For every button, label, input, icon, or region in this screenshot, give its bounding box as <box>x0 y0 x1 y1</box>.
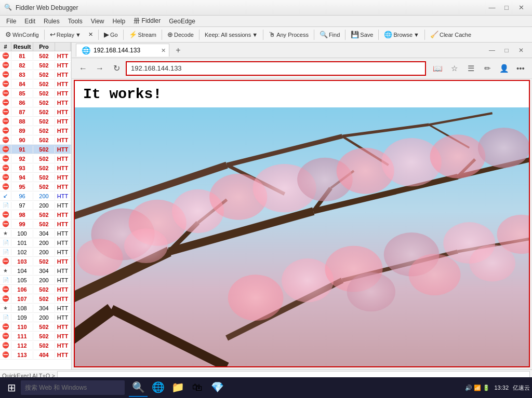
stream-button[interactable]: ⚡ Stream <box>126 30 159 39</box>
close-button[interactable]: ✕ <box>514 3 528 13</box>
table-row[interactable]: ⛔103502HTT <box>0 257 71 266</box>
menu-bar: File Edit Rules Tools View Help 册 Fiddle… <box>0 16 532 27</box>
keep-sessions-button[interactable]: Keep: All sessions ▼ <box>202 31 261 39</box>
session-id: 103 <box>11 258 33 265</box>
session-protocol: HTT <box>55 221 71 228</box>
table-row[interactable]: ⛔92502HTT <box>0 154 71 163</box>
stream-icon: ⚡ <box>129 31 137 38</box>
svg-point-38 <box>347 272 395 312</box>
favorites-button[interactable]: ☆ <box>447 61 461 76</box>
table-row[interactable]: ⛔88502HTT <box>0 117 71 126</box>
table-row[interactable]: ⛔107502HTT <box>0 294 71 304</box>
refresh-button[interactable]: ↻ <box>109 61 124 76</box>
session-protocol: HTT <box>55 314 71 321</box>
decode-button[interactable]: ⊕ Decode <box>164 30 197 39</box>
table-row[interactable]: 📄97200HTT <box>0 201 71 210</box>
hub-button[interactable]: ☰ <box>463 61 478 76</box>
table-row[interactable]: ⛔95502HTT <box>0 182 71 191</box>
session-protocol: HTT <box>55 258 71 265</box>
table-row[interactable]: ⛔83502HTT <box>0 70 71 79</box>
menu-view[interactable]: View <box>87 17 109 26</box>
session-protocol: HTT <box>55 71 71 78</box>
table-row[interactable]: ⛔85502HTT <box>0 89 71 98</box>
table-row[interactable]: ⛔99502HTT <box>0 219 71 229</box>
browser-close-button[interactable]: ✕ <box>514 45 528 56</box>
table-row[interactable]: ⛔111502HTT <box>0 332 71 341</box>
browser-minimize-button[interactable]: — <box>485 45 499 56</box>
table-row[interactable]: 📄109200HTT <box>0 313 71 322</box>
address-bar[interactable] <box>126 61 426 76</box>
menu-geoedge[interactable]: GeoEdge <box>165 17 200 26</box>
winconfig-icon: ⚙ <box>5 31 11 38</box>
session-id: 112 <box>11 342 33 349</box>
menu-rules[interactable]: Rules <box>39 17 64 26</box>
table-row[interactable]: ⛔94502HTT <box>0 173 71 182</box>
table-row[interactable]: ↙96200HTT <box>0 191 71 201</box>
taskbar-app-explorer[interactable]: 📁 <box>168 378 187 397</box>
session-result: 502 <box>33 52 55 60</box>
taskbar-app-gem[interactable]: 💎 <box>208 378 227 397</box>
table-row[interactable]: ⛔110502HTT <box>0 322 71 332</box>
any-process-button[interactable]: 🖱 Any Process <box>265 30 312 39</box>
table-row[interactable]: ⛔106502HTT <box>0 285 71 294</box>
maximize-button[interactable]: □ <box>500 3 513 13</box>
minimize-button[interactable]: — <box>485 3 499 13</box>
find-button[interactable]: 🔍 Find <box>316 30 343 39</box>
session-result: 200 <box>33 314 55 321</box>
save-button[interactable]: 💾 Save <box>348 30 376 39</box>
browser-maximize-button[interactable]: □ <box>500 45 513 56</box>
menu-file[interactable]: File <box>2 17 20 26</box>
windows-logo-icon: ⊞ <box>7 381 16 394</box>
table-row[interactable]: ⛔84502HTT <box>0 79 71 89</box>
browse-button[interactable]: 🌐 Browse ▼ <box>381 30 422 39</box>
taskbar-app-edge[interactable]: 🌐 <box>149 378 167 397</box>
table-row[interactable]: ⛔91502HTT <box>0 145 71 154</box>
winconfig-button[interactable]: ⚙ WinConfig <box>2 30 42 39</box>
table-row[interactable]: ★100304HTT <box>0 229 71 238</box>
table-row[interactable]: ⛔98502HTT <box>0 210 71 219</box>
table-row[interactable]: 📄105200HTT <box>0 276 71 285</box>
table-row[interactable]: ⛔90502HTT <box>0 135 71 145</box>
table-row[interactable]: ⛔113404HTT <box>0 350 71 360</box>
menu-fiddler[interactable]: 册 Fiddler <box>129 16 165 26</box>
share-button[interactable]: ✏ <box>480 61 495 76</box>
reader-mode-button[interactable]: 📖 <box>430 61 445 76</box>
table-row[interactable]: ⛔93502HTT <box>0 163 71 173</box>
table-row[interactable]: ⛔86502HTT <box>0 98 71 107</box>
table-row[interactable]: ★104304HTT <box>0 266 71 276</box>
fiddler-taskbar-icon: 🔍 <box>132 381 145 393</box>
session-icon: ⛔ <box>0 183 11 190</box>
start-button[interactable]: ⊞ <box>2 378 21 397</box>
menu-help[interactable]: Help <box>109 17 130 26</box>
clear-cache-button[interactable]: 🧹 Clear Cache <box>427 30 474 39</box>
session-result: 502 <box>33 127 55 134</box>
replay-button[interactable]: ↩ Replay ▼ <box>47 30 84 39</box>
table-row[interactable]: 📄102200HTT <box>0 248 71 257</box>
menu-tools[interactable]: Tools <box>64 17 87 26</box>
menu-edit[interactable]: Edit <box>20 17 39 26</box>
table-row[interactable]: ⛔81502HTT <box>0 51 71 61</box>
table-row[interactable]: ⛔89502HTT <box>0 126 71 135</box>
browser-tab[interactable]: 🌐 192.168.144.133 ✕ <box>76 44 169 57</box>
tab-close-button[interactable]: ✕ <box>161 47 166 54</box>
table-row[interactable]: ⛔87502HTT <box>0 107 71 117</box>
session-panel[interactable]: # Result Pro ⛔81502HTT⛔82502HTT⛔83502HTT… <box>0 43 72 369</box>
x-button[interactable]: ✕ <box>85 30 96 39</box>
taskbar-app-fiddler[interactable]: 🔍 <box>129 378 148 397</box>
table-row[interactable]: ⛔112502HTT <box>0 341 71 350</box>
profile-button[interactable]: 👤 <box>497 61 511 76</box>
session-id: 83 <box>11 71 33 78</box>
session-result: 304 <box>33 267 55 275</box>
taskbar-app-store[interactable]: 🛍 <box>188 378 207 397</box>
session-result: 502 <box>33 258 55 265</box>
forward-button[interactable]: → <box>92 61 107 76</box>
table-row[interactable]: 📄101200HTT <box>0 238 71 248</box>
table-row[interactable]: ★108304HTT <box>0 304 71 313</box>
session-protocol: HTT <box>55 305 71 312</box>
taskbar-search-input[interactable] <box>21 380 125 395</box>
table-row[interactable]: ⛔82502HTT <box>0 61 71 70</box>
more-button[interactable]: ••• <box>513 61 528 76</box>
back-button[interactable]: ← <box>76 61 90 76</box>
go-button[interactable]: ▶ Go <box>101 30 121 39</box>
new-tab-button[interactable]: + <box>171 45 185 56</box>
